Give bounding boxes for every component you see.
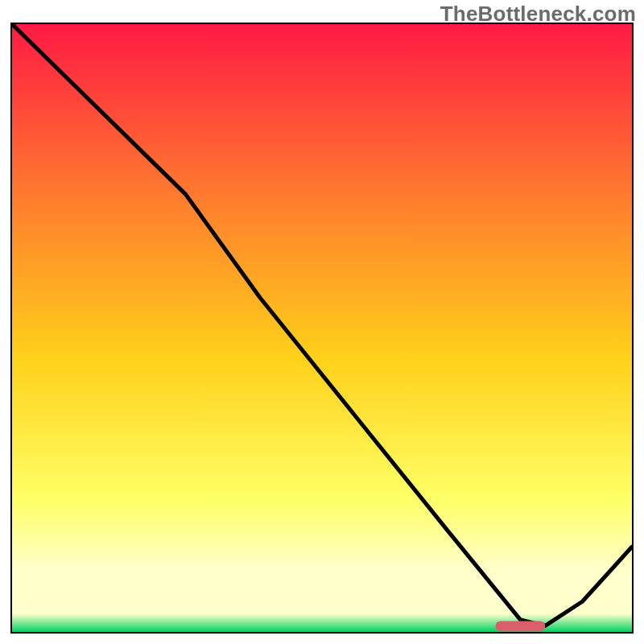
- optimal-marker: [496, 621, 546, 631]
- chart-stage: TheBottleneck.com: [0, 0, 644, 644]
- plot-box: [10, 23, 634, 634]
- chart-svg: [12, 24, 632, 632]
